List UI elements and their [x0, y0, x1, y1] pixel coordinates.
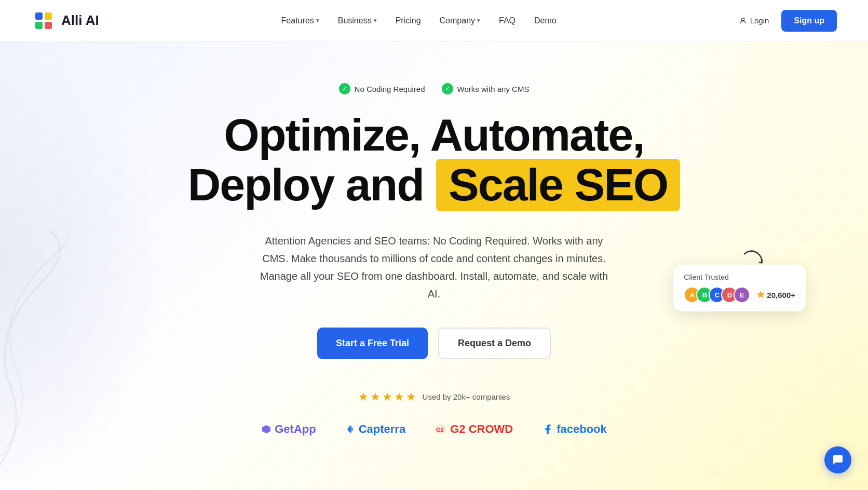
hero-content: ✓ No Coding Required ✓ Works with any CM…	[0, 42, 868, 436]
svg-rect-0	[35, 12, 43, 20]
check-icon-2: ✓	[442, 83, 453, 94]
client-trusted-card: Client Trusted A B C D E ★ 20,600+	[673, 265, 806, 311]
star-4: ★	[394, 390, 404, 404]
facebook-logo: facebook	[542, 423, 607, 436]
headline-line1: Optimize, Automate,	[188, 111, 681, 159]
trusted-star-icon: ★	[756, 289, 765, 301]
nav-item-features[interactable]: Features ▾	[281, 16, 319, 25]
partner-logos: GetApp Capterra G2 G2 CROWD	[261, 423, 607, 436]
request-demo-button[interactable]: Request a Demo	[438, 328, 551, 359]
navbar: Alli AI Features ▾ Business ▾ Pricing Co…	[0, 0, 868, 42]
stars-row: ★ ★ ★ ★ ★ Used by 20k+ companies	[358, 390, 510, 404]
user-icon	[739, 17, 747, 25]
cta-buttons: Start a Free Trial Request a Demo	[317, 328, 551, 359]
logo-icon	[31, 8, 56, 33]
client-trusted-row: A B C D E ★ 20,600+	[684, 287, 795, 303]
trusted-count: ★ 20,600+	[756, 289, 795, 301]
nav-link-features[interactable]: Features ▾	[281, 16, 319, 25]
star-1: ★	[358, 390, 369, 404]
star-3: ★	[382, 390, 392, 404]
svg-marker-5	[262, 425, 270, 433]
svg-rect-3	[45, 22, 52, 29]
scale-seo-highlight: Scale SEO	[436, 159, 680, 211]
used-by-text: Used by 20k+ companies	[423, 392, 510, 401]
getapp-logo: GetApp	[261, 423, 316, 436]
hero-section: ✓ No Coding Required ✓ Works with any CM…	[0, 42, 868, 490]
nav-link-faq[interactable]: FAQ	[499, 16, 516, 25]
star-2: ★	[370, 390, 381, 404]
nav-item-pricing[interactable]: Pricing	[396, 16, 421, 25]
nav-item-faq[interactable]: FAQ	[499, 16, 516, 25]
facebook-icon	[542, 424, 553, 435]
g2-icon: G2	[435, 423, 447, 435]
g2-logo: G2 G2 CROWD	[435, 423, 513, 436]
nav-link-business[interactable]: Business ▾	[338, 16, 377, 25]
signup-button[interactable]: Sign up	[781, 10, 837, 32]
nav-link-pricing[interactable]: Pricing	[396, 16, 421, 25]
logo-text: Alli AI	[61, 12, 99, 29]
svg-text:G2: G2	[436, 427, 444, 433]
nav-item-company[interactable]: Company ▾	[440, 16, 480, 25]
getapp-icon	[261, 424, 272, 434]
chat-icon	[832, 454, 844, 466]
capterra-logo: Capterra	[345, 423, 405, 436]
svg-rect-1	[45, 12, 52, 20]
client-trusted-label: Client Trusted	[684, 273, 795, 281]
star-rating: ★ ★ ★ ★ ★	[358, 390, 416, 404]
badge-works-cms: ✓ Works with any CMS	[442, 83, 530, 94]
nav-item-demo[interactable]: Demo	[534, 16, 557, 25]
login-button[interactable]: Login	[739, 16, 769, 25]
hero-headline: Optimize, Automate, Deploy and Scale SEO	[188, 111, 681, 211]
nav-links: Features ▾ Business ▾ Pricing Company ▾ …	[281, 16, 557, 25]
badge-no-coding: ✓ No Coding Required	[339, 83, 425, 94]
star-5: ★	[406, 390, 416, 404]
nav-item-business[interactable]: Business ▾	[338, 16, 377, 25]
check-icon-1: ✓	[339, 83, 350, 94]
chevron-down-icon: ▾	[374, 17, 377, 24]
nav-link-demo[interactable]: Demo	[534, 16, 557, 25]
svg-rect-2	[35, 22, 43, 29]
nav-right: Login Sign up	[739, 10, 837, 32]
start-trial-button[interactable]: Start a Free Trial	[317, 328, 428, 359]
nav-link-company[interactable]: Company ▾	[440, 16, 480, 25]
logo[interactable]: Alli AI	[31, 8, 99, 33]
chat-button[interactable]	[824, 446, 851, 473]
badges-row: ✓ No Coding Required ✓ Works with any CM…	[339, 83, 530, 94]
chevron-down-icon: ▾	[316, 17, 319, 24]
avatar-5: E	[734, 287, 750, 303]
hero-subtext: Attention Agencies and SEO teams: No Cod…	[257, 232, 611, 303]
chevron-down-icon: ▾	[477, 17, 480, 24]
headline-line2: Deploy and Scale SEO	[188, 159, 681, 211]
svg-point-4	[741, 18, 744, 20]
capterra-icon	[345, 424, 356, 434]
avatars-group: A B C D E	[684, 287, 750, 303]
